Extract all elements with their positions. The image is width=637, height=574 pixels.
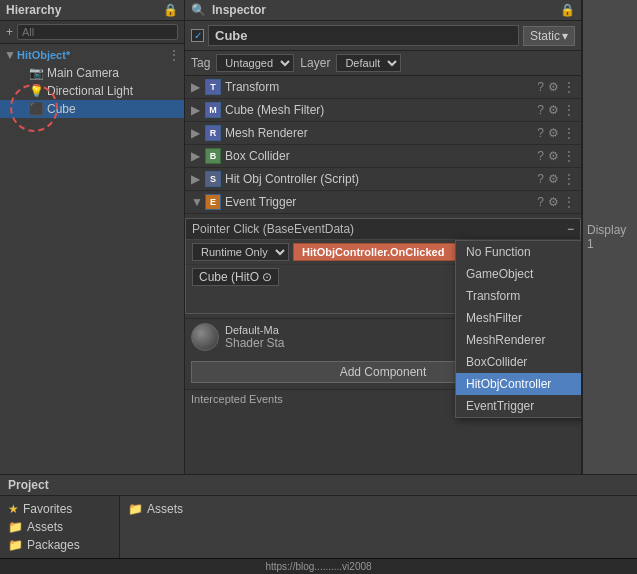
dropdown-item-hitobj[interactable]: HitObjController › [456,373,582,395]
settings-icon2[interactable]: ⚙ [548,103,559,117]
star-icon: ★ [8,502,19,516]
menu-icon3[interactable]: ⋮ [563,126,575,140]
hierarchy-title: Hierarchy [6,3,61,17]
boxcollider-label: Box Collider [225,149,533,163]
assets-main-folder-icon: 📁 [128,502,143,516]
dropdown-item-boxcollider[interactable]: BoxCollider › [456,351,582,373]
tag-select[interactable]: Untagged [216,54,294,72]
object-title-bar: ✓ Static ▾ [185,21,581,51]
transform-label: Transform [225,80,533,94]
transform-dd-label: Transform [466,289,520,303]
menu-icon4[interactable]: ⋮ [563,149,575,163]
menu-icon[interactable]: ⋮ [563,80,575,94]
scene-panel: Display 1 [582,0,637,474]
component-boxcollider[interactable]: ▶ B Box Collider ? ⚙ ⋮ [185,145,581,168]
dropdown-item-transform[interactable]: Transform › [456,285,582,307]
comp-arrow-icon4: ▶ [191,149,201,163]
remove-trigger-button[interactable]: − [567,222,574,236]
component-meshfilter[interactable]: ▶ M Cube (Mesh Filter) ? ⚙ ⋮ [185,99,581,122]
object-name-input[interactable] [208,25,519,46]
help-icon5[interactable]: ? [537,172,544,186]
comp-actions: ? ⚙ ⋮ [537,80,575,94]
component-transform[interactable]: ▶ T Transform ? ⚙ ⋮ [185,76,581,99]
boxcollider-icon: B [205,148,221,164]
hierarchy-item-dirlight[interactable]: 💡 Directional Light [0,82,184,100]
dropdown-menu: No Function GameObject › Transform › Mes… [455,240,582,418]
help-icon6[interactable]: ? [537,195,544,209]
dropdown-item-meshfilter[interactable]: MeshFilter › [456,307,582,329]
hierarchy-item-maincamera[interactable]: 📷 Main Camera [0,64,184,82]
dropdown-item-nofunction[interactable]: No Function [456,241,582,263]
display-label: Display 1 [587,223,633,251]
cube-icon: ⬛ [29,102,44,116]
gameobject-label: GameObject [466,267,533,281]
component-hitobj[interactable]: ▶ S Hit Obj Controller (Script) ? ⚙ ⋮ [185,168,581,191]
comp-arrow-icon6: ▼ [191,195,201,209]
options-icon[interactable]: ⋮ [168,48,180,62]
camera-icon: 📷 [29,66,44,80]
shader-value: Sta [266,336,284,350]
settings-icon4[interactable]: ⚙ [548,149,559,163]
menu-icon2[interactable]: ⋮ [563,103,575,117]
runtime-select[interactable]: Runtime Only [192,243,289,261]
comp-actions5: ? ⚙ ⋮ [537,172,575,186]
assets-main-label: Assets [147,502,183,516]
component-eventtrigger[interactable]: ▼ E Event Trigger ? ⚙ ⋮ [185,191,581,214]
comp-actions6: ? ⚙ ⋮ [537,195,575,209]
packages-folder-icon: 📁 [8,538,23,552]
settings-icon[interactable]: ⚙ [548,80,559,94]
inspector-lock-icon[interactable]: 🔒 [560,3,575,17]
comp-actions2: ? ⚙ ⋮ [537,103,575,117]
static-chevron-icon: ▾ [562,29,568,43]
project-panel: Project ★ Favorites 📁 Assets 📁 Packages … [0,474,637,574]
eventtrigger-label: Event Trigger [225,195,533,209]
help-icon[interactable]: ? [537,80,544,94]
pointer-click-label: Pointer Click (BaseEventData) [192,222,561,236]
meshrenderer-icon: R [205,125,221,141]
packages-label: Packages [27,538,80,552]
dirlight-label: Directional Light [47,84,133,98]
favorites-item[interactable]: ★ Favorites [4,500,115,518]
assets-sidebar-item[interactable]: 📁 Assets [4,518,115,536]
cube-obj-button[interactable]: Cube (HitO ⊙ [192,268,279,286]
meshrenderer-dd-label: MeshRenderer [466,333,545,347]
settings-icon5[interactable]: ⚙ [548,172,559,186]
add-icon[interactable]: + [6,25,13,39]
hitobj-label: Hit Obj Controller (Script) [225,172,533,186]
url-bar: https://blog..........vi2008 [0,558,637,574]
help-icon3[interactable]: ? [537,126,544,140]
material-preview [191,323,219,351]
hierarchy-item-cube[interactable]: ⬛ Cube [0,100,184,118]
project-assets-list: 📁 Assets [120,496,637,558]
search-bar: + [0,21,184,44]
help-icon4[interactable]: ? [537,149,544,163]
hierarchy-lock-icon[interactable]: 🔒 [163,3,178,17]
component-meshrenderer[interactable]: ▶ R Mesh Renderer ? ⚙ ⋮ [185,122,581,145]
settings-icon3[interactable]: ⚙ [548,126,559,140]
active-checkbox[interactable]: ✓ [191,29,204,42]
project-header: Project [0,475,637,496]
dropdown-item-gameobject[interactable]: GameObject › [456,263,582,285]
packages-sidebar-item[interactable]: 📁 Packages [4,536,115,554]
menu-icon5[interactable]: ⋮ [563,172,575,186]
dropdown-item-eventtrigger[interactable]: EventTrigger › [456,395,582,417]
hierarchy-items: ▼ HitObject* ⋮ 📷 Main Camera 💡 Direction… [0,44,184,474]
hierarchy-header: Hierarchy 🔒 [0,0,184,21]
arrow-spacer [16,66,26,80]
help-icon2[interactable]: ? [537,103,544,117]
tag-label: Tag [191,56,210,70]
meshfilter-label: Cube (Mesh Filter) [225,103,533,117]
assets-label: Assets [27,520,63,534]
transform-icon: T [205,79,221,95]
layer-select[interactable]: Default [336,54,401,72]
static-button[interactable]: Static ▾ [523,26,575,46]
menu-icon6[interactable]: ⋮ [563,195,575,209]
hierarchy-item-hitobject[interactable]: ▼ HitObject* ⋮ [0,46,184,64]
meshrenderer-label: Mesh Renderer [225,126,533,140]
comp-arrow-icon: ▶ [191,80,201,94]
static-label: Static [530,29,560,43]
assets-main-item[interactable]: 📁 Assets [124,500,633,518]
dropdown-item-meshrenderer[interactable]: MeshRenderer › [456,329,582,351]
search-input[interactable] [17,24,178,40]
settings-icon6[interactable]: ⚙ [548,195,559,209]
